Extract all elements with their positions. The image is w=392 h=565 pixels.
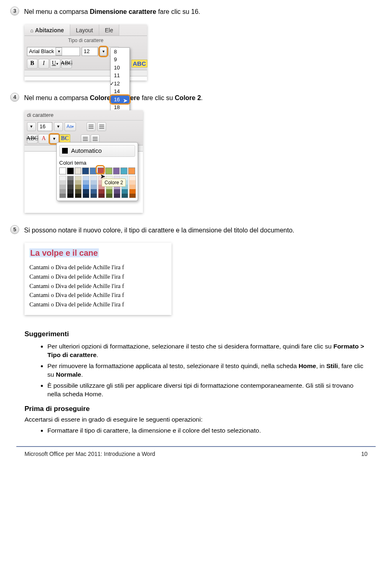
color-swatch[interactable]: [82, 167, 89, 174]
color-swatch[interactable]: [59, 185, 66, 189]
font-family-value: Arial Black: [29, 48, 54, 55]
color-swatch[interactable]: [114, 194, 120, 198]
size-option[interactable]: 8: [111, 48, 129, 56]
color-swatch[interactable]: [75, 176, 82, 180]
swatch-icon: [62, 148, 68, 154]
color-swatch[interactable]: [106, 189, 113, 194]
color-swatch[interactable]: [59, 180, 66, 185]
color-swatch[interactable]: [90, 189, 97, 194]
size-option-label: 8: [114, 49, 117, 55]
color-swatch[interactable]: [67, 167, 74, 174]
font-family-combo[interactable]: Arial Black ▾: [27, 47, 80, 56]
strikethrough-button[interactable]: ABC: [61, 59, 72, 69]
t: Per rimuovere la formattazione applicata…: [47, 362, 298, 369]
shade-column: [82, 176, 89, 198]
color-swatch[interactable]: [75, 167, 82, 174]
font-color-button[interactable]: A: [38, 134, 49, 144]
color-swatch[interactable]: [82, 194, 89, 198]
t: .: [201, 94, 203, 101]
lines-icon: [89, 125, 94, 129]
footer-rule: [16, 446, 376, 447]
color-swatch[interactable]: [75, 180, 82, 185]
color-swatch[interactable]: [120, 167, 127, 174]
color-swatch[interactable]: [82, 180, 89, 185]
color-swatch[interactable]: [105, 167, 112, 174]
color-swatch[interactable]: [59, 176, 66, 180]
t-bold: Normale: [56, 371, 81, 378]
color-swatch[interactable]: [75, 185, 82, 189]
tips-heading: Suggerimenti: [24, 330, 368, 339]
size-option[interactable]: 14: [111, 87, 129, 96]
bold-button[interactable]: B: [27, 59, 38, 69]
color-swatch[interactable]: [90, 194, 97, 198]
font-size-dropdown-button[interactable]: ▾: [100, 47, 107, 56]
bullets-button[interactable]: [87, 122, 96, 131]
size-option[interactable]: 16➤: [111, 96, 129, 104]
size-option[interactable]: 11: [111, 71, 129, 80]
tab-layout[interactable]: Layout: [70, 25, 99, 36]
t-bold: Home: [298, 362, 316, 369]
color-swatch[interactable]: [75, 194, 82, 198]
color-swatch[interactable]: [67, 194, 74, 198]
color-swatch[interactable]: [129, 176, 136, 180]
color-swatch[interactable]: [82, 176, 89, 180]
color-swatch[interactable]: [129, 189, 136, 194]
color-swatch[interactable]: [90, 176, 97, 180]
color-swatch[interactable]: [59, 189, 66, 194]
chevron-down-icon[interactable]: ▾: [27, 122, 36, 131]
size-option[interactable]: 12: [111, 80, 129, 88]
font-size-combo[interactable]: 12: [82, 47, 98, 56]
font-size-combo[interactable]: 16: [38, 122, 52, 131]
italic-button[interactable]: I: [38, 59, 49, 69]
tab-elements[interactable]: Ele: [99, 25, 119, 36]
underline-button[interactable]: U▾: [50, 59, 60, 69]
color-swatch[interactable]: [82, 189, 89, 194]
color-swatch[interactable]: [59, 194, 66, 198]
t: .: [96, 351, 98, 358]
color-swatch[interactable]: [90, 180, 97, 185]
chevron-down-icon[interactable]: ▾: [54, 122, 63, 131]
color-swatch[interactable]: [82, 185, 89, 189]
numbering-button[interactable]: [97, 122, 106, 131]
size-option[interactable]: 10: [111, 64, 129, 72]
color-swatch[interactable]: [67, 180, 74, 185]
color-swatch[interactable]: [129, 185, 136, 189]
tab-label: Abitazione: [35, 27, 64, 33]
color-swatch[interactable]: [114, 189, 120, 194]
color-swatch[interactable]: [75, 189, 82, 194]
color-swatch[interactable]: [90, 185, 97, 189]
color-swatch[interactable]: [129, 180, 136, 185]
font-case-button[interactable]: Aa ▾: [65, 122, 76, 131]
color-swatch[interactable]: [113, 167, 120, 174]
color-swatch[interactable]: [67, 176, 74, 180]
chevron-down-icon[interactable]: ▾: [56, 47, 62, 56]
color-swatch[interactable]: [128, 167, 135, 174]
font-color-icon: A: [42, 135, 46, 143]
color-swatch[interactable]: [67, 185, 74, 189]
automatic-color-button[interactable]: Automatico: [59, 145, 135, 156]
shade-column: [59, 176, 66, 198]
shade-column: [90, 176, 97, 198]
strike-icon: ABC: [61, 60, 73, 67]
t-bold: Colore 2: [175, 94, 201, 101]
color-swatch[interactable]: [121, 189, 128, 194]
t: Aa: [67, 123, 72, 130]
color-swatch[interactable]: [90, 167, 97, 174]
color-swatch[interactable]: [106, 194, 113, 198]
strikethrough-button[interactable]: ABC: [27, 134, 38, 144]
color-swatch[interactable]: [59, 167, 66, 174]
color-swatch[interactable]: [67, 189, 74, 194]
color-swatch[interactable]: [121, 194, 128, 198]
highlight-button[interactable]: ABC: [131, 60, 147, 68]
color-swatch[interactable]: [98, 189, 105, 194]
shade-column: [67, 176, 74, 198]
color-swatch[interactable]: [98, 194, 105, 198]
color-swatch[interactable]: [129, 194, 136, 198]
size-option[interactable]: 9: [111, 56, 129, 64]
tip-item: Per rimuovere la formattazione applicata…: [47, 362, 368, 379]
tab-home[interactable]: ⌂Abitazione: [24, 25, 70, 36]
font-size-dropdown[interactable]: 891011121416➤18: [110, 47, 130, 112]
size-option-label: 12: [114, 80, 120, 87]
group-label-font: di carattere: [24, 110, 143, 121]
tip-item: È possibile utilizzare gli stili per app…: [47, 382, 368, 399]
